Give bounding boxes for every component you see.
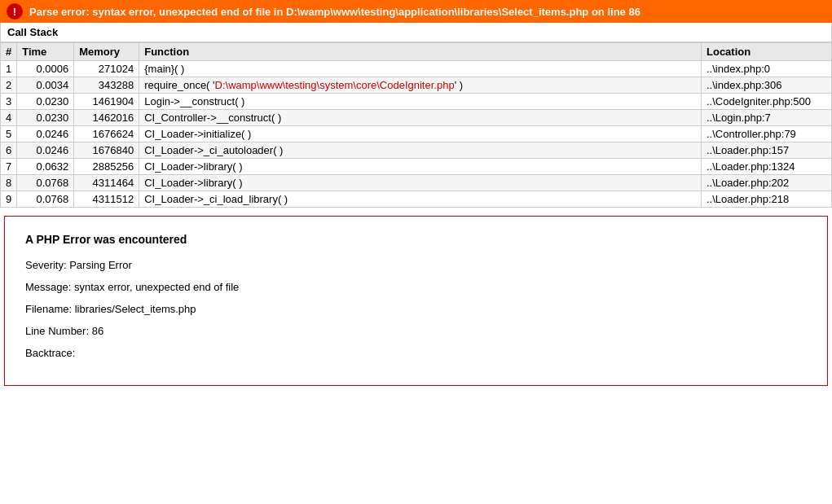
table-row: 40.02301462016CI_Controller->__construct… [1,110,832,126]
cell-memory: 1462016 [74,110,139,126]
cell-function: {main}( ) [139,61,702,77]
php-error-title: A PHP Error was encountered [25,233,807,246]
cell-location: ..\Loader.php:157 [702,142,832,159]
php-severity-line: Severity: Parsing Error [25,259,807,271]
error-message-text: Parse error: syntax error, unexpected en… [29,6,628,18]
php-backtrace-line: Backtrace: [25,347,807,359]
cell-function: CI_Loader->_ci_autoloader( ) [139,142,702,159]
table-row: 10.0006271024{main}( )..\index.php:0 [1,61,832,77]
cell-memory: 2885256 [74,159,139,175]
cell-location: ..\index.php:0 [702,61,832,77]
error-line-number: 86 [628,6,640,18]
table-row: 30.02301461904Login->__construct( )..\Co… [1,94,832,110]
col-header-location: Location [702,43,832,61]
cell-num: 7 [1,159,17,175]
call-stack-heading: Call Stack [0,23,832,42]
table-row: 80.07684311464CI_Loader->library( )..\Lo… [1,175,832,191]
cell-location: ..\Controller.php:79 [702,126,832,142]
cell-time: 0.0230 [17,94,74,110]
table-row: 70.06322885256CI_Loader->library( )..\Lo… [1,159,832,175]
php-filename-value: libraries/Select_items.php [75,303,196,315]
php-message-line: Message: syntax error, unexpected end of… [25,281,807,293]
cell-location: ..\Loader.php:202 [702,175,832,191]
cell-memory: 1461904 [74,94,139,110]
cell-function: CI_Loader->initialize( ) [139,126,702,142]
table-row: 90.07684311512CI_Loader->_ci_load_librar… [1,191,832,208]
table-row: 20.0034343288require_once( 'D:\wamp\www\… [1,77,832,94]
cell-time: 0.0246 [17,142,74,159]
php-error-box: A PHP Error was encountered Severity: Pa… [4,216,828,386]
cell-location: ..\Login.php:7 [702,110,832,126]
cell-num: 9 [1,191,17,208]
cell-function: CI_Loader->library( ) [139,175,702,191]
cell-num: 8 [1,175,17,191]
php-message-label: Message: [25,281,71,293]
php-filename-label: Filename: [25,303,72,315]
php-severity-label: Severity: [25,259,67,271]
cell-time: 0.0246 [17,126,74,142]
cell-function: CI_Controller->__construct( ) [139,110,702,126]
cell-time: 0.0632 [17,159,74,175]
php-backtrace-label: Backtrace: [25,347,75,359]
php-line-number-line: Line Number: 86 [25,325,807,337]
cell-memory: 1676840 [74,142,139,159]
col-header-time: Time [17,43,74,61]
cell-location: ..\Loader.php:218 [702,191,832,208]
cell-function: require_once( 'D:\wamp\www\testing\syste… [139,77,702,94]
cell-time: 0.0006 [17,61,74,77]
cell-time: 0.0768 [17,175,74,191]
php-line-label: Line Number: [25,325,89,337]
table-row: 50.02461676624CI_Loader->initialize( )..… [1,126,832,142]
php-message-value: syntax error, unexpected end of file [74,281,239,293]
table-header-row: # Time Memory Function Location [1,43,832,61]
cell-memory: 343288 [74,77,139,94]
cell-function: CI_Loader->library( ) [139,159,702,175]
cell-function: CI_Loader->_ci_load_library( ) [139,191,702,208]
error-header-text: Parse error: syntax error, unexpected en… [29,6,641,18]
cell-time: 0.0034 [17,77,74,94]
cell-time: 0.0768 [17,191,74,208]
col-header-memory: Memory [74,43,139,61]
php-filename-line: Filename: libraries/Select_items.php [25,303,807,315]
cell-num: 3 [1,94,17,110]
function-link[interactable]: D:\wamp\www\testing\system\core\CodeIgni… [215,79,455,91]
page-wrapper: ! Parse error: syntax error, unexpected … [0,0,832,386]
cell-memory: 4311464 [74,175,139,191]
cell-time: 0.0230 [17,110,74,126]
call-stack-table: # Time Memory Function Location 10.00062… [0,42,832,208]
cell-num: 1 [1,61,17,77]
col-header-function: Function [139,43,702,61]
cell-memory: 271024 [74,61,139,77]
php-line-value: 86 [92,325,103,337]
cell-num: 6 [1,142,17,159]
error-icon: ! [7,3,23,20]
php-severity-value: Parsing Error [69,259,132,271]
cell-function: Login->__construct( ) [139,94,702,110]
cell-memory: 1676624 [74,126,139,142]
col-header-num: # [1,43,17,61]
cell-location: ..\index.php:306 [702,77,832,94]
cell-num: 5 [1,126,17,142]
cell-location: ..\Loader.php:1324 [702,159,832,175]
cell-num: 4 [1,110,17,126]
cell-num: 2 [1,77,17,94]
cell-memory: 4311512 [74,191,139,208]
table-row: 60.02461676840CI_Loader->_ci_autoloader(… [1,142,832,159]
cell-location: ..\CodeIgniter.php:500 [702,94,832,110]
error-header-bar: ! Parse error: syntax error, unexpected … [0,0,832,23]
